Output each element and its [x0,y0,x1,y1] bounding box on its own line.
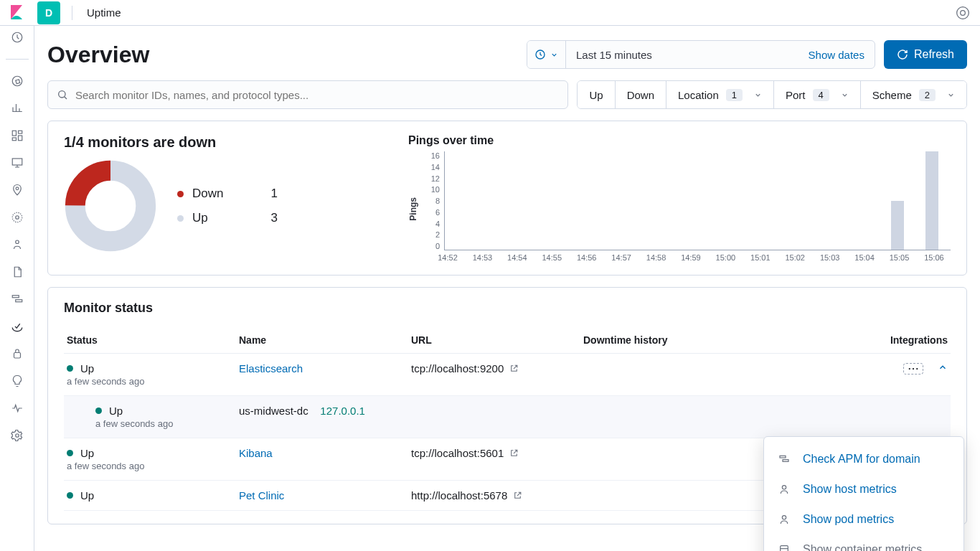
integrations-popover: Check APM for domainShow host metricsSho… [763,436,964,551]
popover-item-icon [778,544,791,551]
legend-up-label: Up [192,211,208,225]
legend-down-label: Down [192,187,223,201]
svg-rect-5 [18,131,22,133]
pings-ylabel: Pings [408,197,418,221]
filter-down[interactable]: Down [616,81,666,108]
filter-scheme-count: 2 [919,89,936,101]
svg-point-1 [961,10,966,15]
nav-logs-icon[interactable] [10,265,24,279]
popover-item-label: Show container metrics [803,543,922,551]
external-link-icon[interactable] [509,448,519,458]
svg-point-33 [782,516,786,519]
pings-chart-title: Pings over time [408,134,951,147]
pings-chart: Pings 1614121086420 [408,151,951,266]
status-dot-icon [95,408,102,414]
svg-point-11 [15,216,19,220]
svg-point-9 [16,187,19,190]
pings-plot-area [444,151,951,250]
space-selector[interactable]: D [37,1,60,24]
bar [891,201,904,250]
show-dates-link[interactable]: Show dates [809,49,864,61]
kibana-logo-icon[interactable] [6,1,29,24]
popover-item-label: Show pod metrics [803,513,894,526]
monitor-location: us-midwest-dc [239,405,308,417]
monitor-ip: 127.0.0.1 [320,405,365,417]
nav-uptime-icon[interactable] [10,319,24,334]
main-content: Overview Last 15 minutes Show dates Refr… [34,26,980,551]
snapshot-panel: 1/4 monitors are down Down 1 [47,121,967,276]
monitor-name-link[interactable]: Pet Clinic [239,489,284,501]
top-header: D Uptime [0,0,980,26]
popover-item[interactable]: Show pod metrics [764,504,963,534]
nav-dashboard-icon[interactable] [10,128,24,143]
nav-monitoring-icon[interactable] [10,401,24,415]
table-row[interactable]: Upa few seconds agoElasticsearchtcp://lo… [64,354,951,396]
time-range-label[interactable]: Last 15 minutes [576,49,652,61]
monitor-url: http://localhost:5678 [411,489,507,501]
svg-point-3 [12,76,22,86]
search-input[interactable] [75,89,559,101]
filter-up[interactable]: Up [578,81,615,108]
col-downtime: Downtime history [580,327,850,354]
filter-location-label: Location [678,89,719,101]
monitor-url: tcp://localhost:9200 [411,362,504,375]
svg-point-21 [909,368,910,369]
svg-rect-4 [12,131,16,136]
nav-recent-icon[interactable] [10,30,24,44]
nav-devtools-icon[interactable] [10,374,24,388]
filter-scheme[interactable]: Scheme 2 [861,81,966,108]
legend-down-value: 1 [271,187,278,201]
status-time: a few seconds ago [67,376,233,387]
status-time: a few seconds ago [95,418,233,429]
legend-down-row: Down 1 [177,187,278,201]
pings-y-axis: 1614121086420 [421,151,444,266]
popover-item-label: Check APM for domain [803,453,920,466]
search-box[interactable] [47,80,568,109]
filter-port[interactable]: Port 4 [774,81,861,108]
svg-rect-30 [780,456,786,458]
integrations-button[interactable] [903,363,923,375]
popover-item-label: Show host metrics [803,483,897,496]
svg-rect-14 [15,300,22,302]
dot-down-icon [177,191,184,197]
filter-port-count: 4 [813,89,829,101]
nav-management-icon[interactable] [10,428,24,443]
external-link-icon[interactable] [509,364,519,373]
refresh-button[interactable]: Refresh [884,40,967,69]
nav-discover-icon[interactable] [10,74,24,88]
time-quick-select[interactable] [527,41,566,68]
status-label: Up [80,362,94,375]
nav-apm-icon[interactable] [10,292,24,306]
monitor-donut-chart [64,159,157,253]
external-link-icon[interactable] [513,491,522,500]
breadcrumb-app[interactable]: Uptime [87,6,121,19]
page-title: Overview [47,42,527,68]
svg-rect-15 [14,353,20,359]
nav-canvas-icon[interactable] [10,156,24,170]
filter-scheme-label: Scheme [872,89,912,101]
chevron-down-icon [947,91,955,99]
status-dot-icon [67,492,73,499]
table-row-nested: Upa few seconds agous-midwest-dc 127.0.0… [64,396,951,438]
monitor-name-link[interactable]: Kibana [239,447,273,459]
monitor-url: tcp://localhost:5601 [411,447,504,459]
nav-maps-icon[interactable] [10,183,24,197]
collapse-toggle[interactable] [938,362,948,372]
filter-location[interactable]: Location 1 [666,81,774,108]
help-icon[interactable] [956,6,970,20]
nav-infrastructure-icon[interactable] [10,237,24,252]
dot-up-icon [177,215,184,222]
side-nav [0,26,34,551]
monitor-name-link[interactable]: Elasticsearch [239,362,303,375]
nav-ml-icon[interactable] [10,210,24,225]
status-time: a few seconds ago [67,461,233,471]
time-picker[interactable]: Last 15 minutes Show dates [527,40,875,69]
filter-up-label: Up [589,89,603,101]
col-name: Name [236,327,408,354]
nav-visualize-icon[interactable] [10,101,24,116]
popover-item[interactable]: Show host metrics [764,474,963,504]
nav-siem-icon[interactable] [10,347,24,361]
popover-item[interactable]: Check APM for domain [764,444,963,474]
col-url: URL [408,327,580,354]
svg-point-23 [916,368,918,369]
